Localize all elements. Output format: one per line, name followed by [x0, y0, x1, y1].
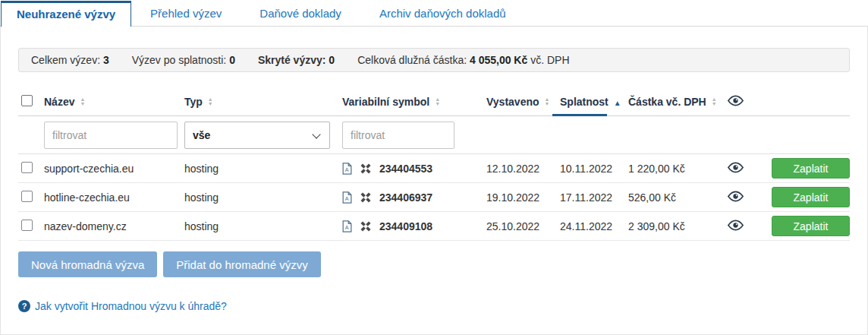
- row-variable-symbol: 234409108: [379, 220, 432, 232]
- row-issued-date: 25.10.2022: [486, 220, 560, 232]
- pay-button[interactable]: Zaplatit: [772, 158, 850, 179]
- filter-row: vše: [18, 116, 850, 154]
- sort-arrows-icon: [712, 97, 717, 106]
- row-variable-symbol: 234406937: [379, 191, 432, 204]
- table-row: support-czechia.eu hosting A 234404553 1…: [18, 154, 850, 183]
- pdf-file-icon[interactable]: A: [342, 191, 352, 204]
- column-header-due-sorted[interactable]: Splatnost: [560, 88, 628, 115]
- sort-arrows-icon: [80, 97, 85, 106]
- qr-payment-icon[interactable]: [360, 192, 371, 203]
- table-row: hotline-czechia.eu hosting A 234406937 1…: [18, 183, 850, 212]
- tab-bar: Neuhrazené výzvy Přehled výzev Daňové do…: [0, 0, 868, 26]
- row-name: hotline-czechia.eu: [44, 191, 184, 204]
- filter-vs-input[interactable]: [342, 122, 454, 149]
- row-type: hosting: [184, 163, 342, 175]
- help-row: Jak vytvořit Hromadnou výzvu k úhradě?: [18, 300, 850, 312]
- tab-notices-overview[interactable]: Přehled výzev: [131, 1, 241, 26]
- row-name: support-czechia.eu: [44, 163, 184, 175]
- summary-debt: Celková dlužná částka: 4 055,00 Kč vč. D…: [357, 54, 569, 66]
- eye-icon[interactable]: [728, 162, 744, 173]
- filter-type-select[interactable]: vše: [184, 122, 330, 149]
- row-checkbox[interactable]: [21, 220, 33, 231]
- row-due-date: 10.11.2022: [560, 163, 628, 175]
- row-checkbox[interactable]: [21, 162, 33, 173]
- row-type: hosting: [184, 220, 342, 232]
- row-name: nazev-domeny.cz: [44, 220, 184, 232]
- filter-type-select-wrap: vše: [184, 122, 330, 149]
- eye-icon[interactable]: [728, 191, 744, 202]
- qr-payment-icon[interactable]: [360, 163, 371, 174]
- column-header-amount[interactable]: Částka vč. DPH: [628, 88, 725, 115]
- column-header-type[interactable]: Typ: [184, 88, 342, 115]
- row-amount: 1 220,00 Kč: [628, 163, 725, 175]
- help-link[interactable]: Jak vytvořit Hromadnou výzvu k úhradě?: [35, 300, 227, 312]
- qr-payment-icon[interactable]: [360, 221, 371, 232]
- svg-text:A: A: [345, 195, 349, 201]
- new-bulk-notice-button[interactable]: Nová hromadná výzva: [18, 251, 157, 277]
- summary-overdue: Výzev po splatnosti: 0: [132, 54, 235, 66]
- column-header-visibility[interactable]: [725, 95, 765, 109]
- add-to-bulk-notice-button[interactable]: Přidat do hromadné výzvy: [163, 251, 320, 277]
- invoices-page: Neuhrazené výzvy Přehled výzev Daňové do…: [0, 0, 868, 335]
- row-due-date: 17.11.2022: [560, 191, 628, 204]
- select-all-checkbox[interactable]: [21, 95, 33, 106]
- svg-text:A: A: [345, 224, 349, 230]
- row-amount: 526,00 Kč: [628, 191, 725, 204]
- row-checkbox[interactable]: [21, 191, 33, 202]
- tab-unpaid-notices[interactable]: Neuhrazené výzvy: [1, 1, 131, 27]
- row-due-date: 24.11.2022: [560, 220, 628, 232]
- sort-arrows-icon: [545, 97, 550, 106]
- table-row: nazev-domeny.cz hosting A 234409108 25.1…: [18, 212, 850, 241]
- tab-tax-documents[interactable]: Daňové doklady: [241, 1, 360, 26]
- question-circle-icon: [18, 300, 30, 312]
- bulk-actions: Nová hromadná výzva Přidat do hromadné v…: [18, 251, 850, 277]
- filter-name-input[interactable]: [44, 122, 178, 149]
- sort-arrows-icon: [208, 97, 213, 106]
- row-type: hosting: [184, 191, 342, 204]
- sort-asc-icon: [614, 96, 621, 108]
- row-issued-date: 19.10.2022: [486, 191, 560, 204]
- eye-icon[interactable]: [728, 220, 744, 231]
- tab-content: Celkem výzev: 3 Výzev po splatnosti: 0 S…: [0, 26, 868, 335]
- pay-button[interactable]: Zaplatit: [772, 187, 850, 207]
- svg-text:A: A: [345, 166, 349, 172]
- row-amount: 2 309,00 Kč: [628, 220, 725, 232]
- tab-tax-documents-archive[interactable]: Archiv daňových dokladů: [360, 1, 525, 26]
- pay-button[interactable]: Zaplatit: [772, 216, 850, 236]
- column-header-name[interactable]: Název: [44, 88, 184, 115]
- sort-arrows-icon: [435, 97, 440, 106]
- column-header-issued[interactable]: Vystaveno: [486, 88, 560, 115]
- summary-hidden: Skryté výzvy: 0: [258, 54, 335, 66]
- pdf-file-icon[interactable]: A: [342, 163, 352, 175]
- eye-icon: [728, 95, 744, 106]
- pdf-file-icon[interactable]: A: [342, 220, 352, 232]
- summary-total: Celkem výzev: 3: [31, 54, 109, 66]
- table-header-row: Název Typ Variabilní symbol Vystaveno Sp…: [18, 88, 850, 116]
- row-variable-symbol: 234404553: [379, 163, 432, 175]
- column-header-variable-symbol[interactable]: Variabilní symbol: [342, 88, 486, 115]
- row-issued-date: 12.10.2022: [486, 163, 560, 175]
- summary-bar: Celkem výzev: 3 Výzev po splatnosti: 0 S…: [18, 48, 850, 72]
